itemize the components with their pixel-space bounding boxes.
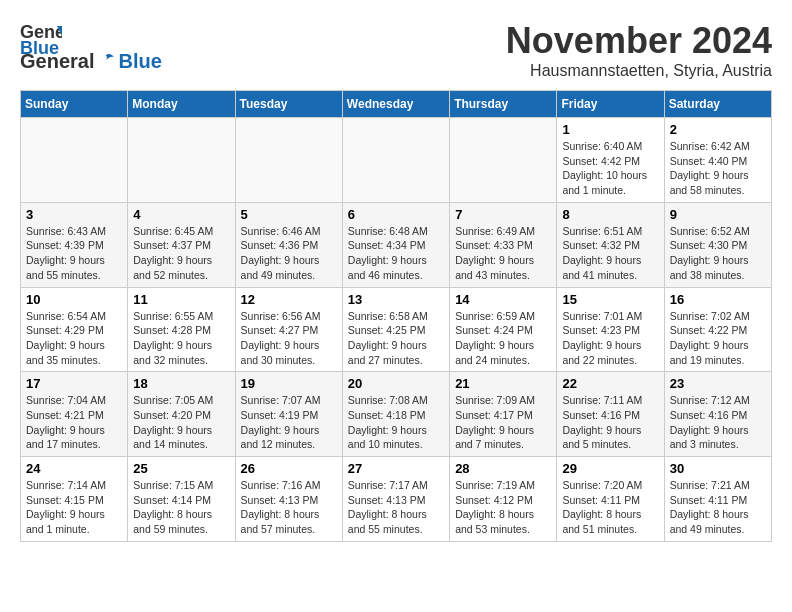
week-row-4: 17Sunrise: 7:04 AM Sunset: 4:21 PM Dayli… <box>21 372 772 457</box>
day-number: 5 <box>241 207 337 222</box>
calendar-cell: 10Sunrise: 6:54 AM Sunset: 4:29 PM Dayli… <box>21 287 128 372</box>
calendar-cell: 3Sunrise: 6:43 AM Sunset: 4:39 PM Daylig… <box>21 202 128 287</box>
day-info: Sunrise: 6:48 AM Sunset: 4:34 PM Dayligh… <box>348 224 444 283</box>
day-info: Sunrise: 7:12 AM Sunset: 4:16 PM Dayligh… <box>670 393 766 452</box>
day-info: Sunrise: 6:56 AM Sunset: 4:27 PM Dayligh… <box>241 309 337 368</box>
calendar-cell: 24Sunrise: 7:14 AM Sunset: 4:15 PM Dayli… <box>21 457 128 542</box>
day-number: 21 <box>455 376 551 391</box>
logo-blue: Blue <box>118 50 161 73</box>
day-number: 26 <box>241 461 337 476</box>
calendar-table: SundayMondayTuesdayWednesdayThursdayFrid… <box>20 90 772 542</box>
calendar-cell: 25Sunrise: 7:15 AM Sunset: 4:14 PM Dayli… <box>128 457 235 542</box>
day-info: Sunrise: 6:51 AM Sunset: 4:32 PM Dayligh… <box>562 224 658 283</box>
day-number: 16 <box>670 292 766 307</box>
weekday-header-wednesday: Wednesday <box>342 91 449 118</box>
week-row-1: 1Sunrise: 6:40 AM Sunset: 4:42 PM Daylig… <box>21 118 772 203</box>
day-number: 15 <box>562 292 658 307</box>
weekday-header-row: SundayMondayTuesdayWednesdayThursdayFrid… <box>21 91 772 118</box>
day-number: 27 <box>348 461 444 476</box>
day-info: Sunrise: 7:21 AM Sunset: 4:11 PM Dayligh… <box>670 478 766 537</box>
calendar-cell: 30Sunrise: 7:21 AM Sunset: 4:11 PM Dayli… <box>664 457 771 542</box>
day-number: 4 <box>133 207 229 222</box>
day-info: Sunrise: 6:40 AM Sunset: 4:42 PM Dayligh… <box>562 139 658 198</box>
title-area: November 2024 Hausmannstaetten, Styria, … <box>506 20 772 80</box>
day-number: 25 <box>133 461 229 476</box>
calendar-cell: 2Sunrise: 6:42 AM Sunset: 4:40 PM Daylig… <box>664 118 771 203</box>
weekday-header-sunday: Sunday <box>21 91 128 118</box>
day-info: Sunrise: 7:20 AM Sunset: 4:11 PM Dayligh… <box>562 478 658 537</box>
calendar-cell: 1Sunrise: 6:40 AM Sunset: 4:42 PM Daylig… <box>557 118 664 203</box>
calendar-cell: 27Sunrise: 7:17 AM Sunset: 4:13 PM Dayli… <box>342 457 449 542</box>
day-number: 30 <box>670 461 766 476</box>
day-number: 28 <box>455 461 551 476</box>
calendar-cell: 5Sunrise: 6:46 AM Sunset: 4:36 PM Daylig… <box>235 202 342 287</box>
calendar-cell: 9Sunrise: 6:52 AM Sunset: 4:30 PM Daylig… <box>664 202 771 287</box>
day-number: 22 <box>562 376 658 391</box>
weekday-header-monday: Monday <box>128 91 235 118</box>
day-number: 8 <box>562 207 658 222</box>
day-info: Sunrise: 6:52 AM Sunset: 4:30 PM Dayligh… <box>670 224 766 283</box>
calendar-cell: 18Sunrise: 7:05 AM Sunset: 4:20 PM Dayli… <box>128 372 235 457</box>
day-info: Sunrise: 6:58 AM Sunset: 4:25 PM Dayligh… <box>348 309 444 368</box>
day-info: Sunrise: 6:46 AM Sunset: 4:36 PM Dayligh… <box>241 224 337 283</box>
day-number: 24 <box>26 461 122 476</box>
day-info: Sunrise: 6:54 AM Sunset: 4:29 PM Dayligh… <box>26 309 122 368</box>
day-info: Sunrise: 7:16 AM Sunset: 4:13 PM Dayligh… <box>241 478 337 537</box>
calendar-cell: 19Sunrise: 7:07 AM Sunset: 4:19 PM Dayli… <box>235 372 342 457</box>
day-number: 18 <box>133 376 229 391</box>
calendar-cell <box>342 118 449 203</box>
day-info: Sunrise: 7:17 AM Sunset: 4:13 PM Dayligh… <box>348 478 444 537</box>
day-number: 14 <box>455 292 551 307</box>
day-number: 9 <box>670 207 766 222</box>
day-info: Sunrise: 6:55 AM Sunset: 4:28 PM Dayligh… <box>133 309 229 368</box>
month-title: November 2024 <box>506 20 772 62</box>
calendar-cell <box>21 118 128 203</box>
day-info: Sunrise: 6:45 AM Sunset: 4:37 PM Dayligh… <box>133 224 229 283</box>
calendar-cell: 28Sunrise: 7:19 AM Sunset: 4:12 PM Dayli… <box>450 457 557 542</box>
weekday-header-thursday: Thursday <box>450 91 557 118</box>
calendar-cell: 20Sunrise: 7:08 AM Sunset: 4:18 PM Dayli… <box>342 372 449 457</box>
weekday-header-saturday: Saturday <box>664 91 771 118</box>
calendar-cell: 14Sunrise: 6:59 AM Sunset: 4:24 PM Dayli… <box>450 287 557 372</box>
day-info: Sunrise: 6:59 AM Sunset: 4:24 PM Dayligh… <box>455 309 551 368</box>
day-number: 20 <box>348 376 444 391</box>
calendar-cell: 6Sunrise: 6:48 AM Sunset: 4:34 PM Daylig… <box>342 202 449 287</box>
weekday-header-tuesday: Tuesday <box>235 91 342 118</box>
day-number: 29 <box>562 461 658 476</box>
logo: General Blue General Blue <box>20 20 162 73</box>
day-number: 6 <box>348 207 444 222</box>
calendar-cell: 29Sunrise: 7:20 AM Sunset: 4:11 PM Dayli… <box>557 457 664 542</box>
week-row-5: 24Sunrise: 7:14 AM Sunset: 4:15 PM Dayli… <box>21 457 772 542</box>
calendar-cell: 21Sunrise: 7:09 AM Sunset: 4:17 PM Dayli… <box>450 372 557 457</box>
calendar-cell: 11Sunrise: 6:55 AM Sunset: 4:28 PM Dayli… <box>128 287 235 372</box>
day-number: 13 <box>348 292 444 307</box>
day-info: Sunrise: 7:08 AM Sunset: 4:18 PM Dayligh… <box>348 393 444 452</box>
day-number: 7 <box>455 207 551 222</box>
day-info: Sunrise: 7:01 AM Sunset: 4:23 PM Dayligh… <box>562 309 658 368</box>
day-info: Sunrise: 6:49 AM Sunset: 4:33 PM Dayligh… <box>455 224 551 283</box>
day-info: Sunrise: 7:15 AM Sunset: 4:14 PM Dayligh… <box>133 478 229 537</box>
day-info: Sunrise: 7:09 AM Sunset: 4:17 PM Dayligh… <box>455 393 551 452</box>
weekday-header-friday: Friday <box>557 91 664 118</box>
day-number: 12 <box>241 292 337 307</box>
day-info: Sunrise: 7:05 AM Sunset: 4:20 PM Dayligh… <box>133 393 229 452</box>
day-number: 19 <box>241 376 337 391</box>
day-info: Sunrise: 6:43 AM Sunset: 4:39 PM Dayligh… <box>26 224 122 283</box>
day-number: 10 <box>26 292 122 307</box>
calendar-cell: 17Sunrise: 7:04 AM Sunset: 4:21 PM Dayli… <box>21 372 128 457</box>
calendar-cell <box>235 118 342 203</box>
day-number: 3 <box>26 207 122 222</box>
day-number: 11 <box>133 292 229 307</box>
calendar-cell: 26Sunrise: 7:16 AM Sunset: 4:13 PM Dayli… <box>235 457 342 542</box>
day-info: Sunrise: 7:07 AM Sunset: 4:19 PM Dayligh… <box>241 393 337 452</box>
day-number: 23 <box>670 376 766 391</box>
page-header: General Blue General Blue November 2024 … <box>20 20 772 80</box>
day-number: 17 <box>26 376 122 391</box>
logo-bird-icon <box>96 52 116 72</box>
calendar-cell: 13Sunrise: 6:58 AM Sunset: 4:25 PM Dayli… <box>342 287 449 372</box>
day-number: 1 <box>562 122 658 137</box>
week-row-3: 10Sunrise: 6:54 AM Sunset: 4:29 PM Dayli… <box>21 287 772 372</box>
calendar-cell: 15Sunrise: 7:01 AM Sunset: 4:23 PM Dayli… <box>557 287 664 372</box>
calendar-cell <box>128 118 235 203</box>
calendar-cell: 8Sunrise: 6:51 AM Sunset: 4:32 PM Daylig… <box>557 202 664 287</box>
